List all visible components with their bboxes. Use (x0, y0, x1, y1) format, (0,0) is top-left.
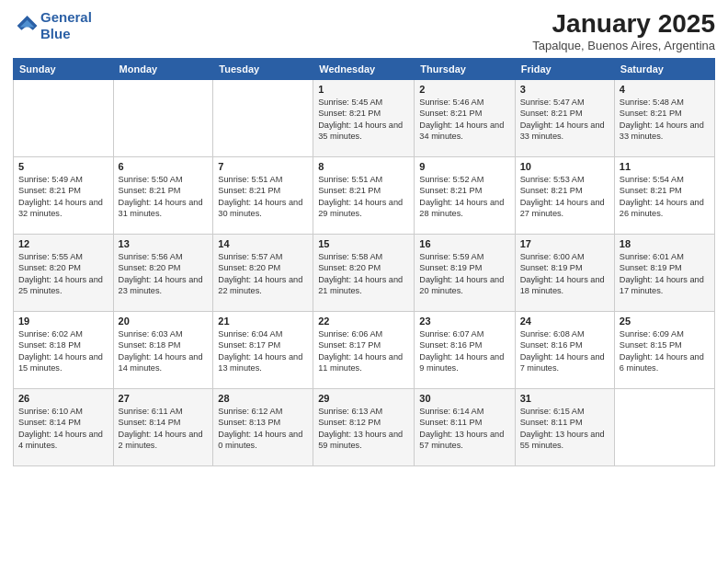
table-row: 15Sunrise: 5:58 AM Sunset: 8:20 PM Dayli… (313, 235, 415, 312)
calendar-week-row: 19Sunrise: 6:02 AM Sunset: 8:18 PM Dayli… (14, 312, 715, 389)
day-info: Sunrise: 6:03 AM Sunset: 8:18 PM Dayligh… (119, 328, 209, 374)
table-row: 10Sunrise: 5:53 AM Sunset: 8:21 PM Dayli… (515, 157, 614, 235)
table-row: 24Sunrise: 6:08 AM Sunset: 8:16 PM Dayli… (515, 312, 614, 389)
day-number: 27 (119, 393, 209, 404)
table-row: 7Sunrise: 5:51 AM Sunset: 8:21 PM Daylig… (213, 157, 313, 235)
day-number: 9 (419, 161, 509, 172)
table-row: 14Sunrise: 5:57 AM Sunset: 8:20 PM Dayli… (213, 235, 313, 312)
day-info: Sunrise: 5:50 AM Sunset: 8:21 PM Dayligh… (119, 174, 209, 220)
table-row: 19Sunrise: 6:02 AM Sunset: 8:18 PM Dayli… (14, 312, 114, 389)
day-number: 10 (520, 161, 609, 172)
day-info: Sunrise: 5:51 AM Sunset: 8:21 PM Dayligh… (318, 174, 409, 220)
day-number: 16 (419, 238, 509, 249)
day-number: 28 (218, 393, 308, 404)
day-info: Sunrise: 5:53 AM Sunset: 8:21 PM Dayligh… (520, 174, 609, 220)
day-number: 29 (318, 393, 409, 404)
table-row (614, 389, 714, 466)
day-number: 13 (119, 238, 209, 249)
day-number: 8 (318, 161, 409, 172)
sub-title: Tapalque, Buenos Aires, Argentina (532, 39, 715, 52)
calendar-table: Sunday Monday Tuesday Wednesday Thursday… (13, 58, 715, 466)
col-friday: Friday (515, 59, 614, 80)
table-row: 1Sunrise: 5:45 AM Sunset: 8:21 PM Daylig… (313, 80, 415, 157)
title-block: January 2025 Tapalque, Buenos Aires, Arg… (532, 9, 715, 52)
table-row: 18Sunrise: 6:01 AM Sunset: 8:19 PM Dayli… (614, 235, 714, 312)
day-number: 4 (620, 84, 710, 95)
day-info: Sunrise: 6:13 AM Sunset: 8:12 PM Dayligh… (318, 406, 409, 452)
table-row: 30Sunrise: 6:14 AM Sunset: 8:11 PM Dayli… (415, 389, 515, 466)
header: General Blue January 2025 Tapalque, Buen… (13, 9, 715, 52)
col-monday: Monday (113, 59, 213, 80)
table-row: 4Sunrise: 5:48 AM Sunset: 8:21 PM Daylig… (614, 80, 714, 157)
col-sunday: Sunday (14, 59, 114, 80)
col-saturday: Saturday (614, 59, 714, 80)
calendar-week-row: 1Sunrise: 5:45 AM Sunset: 8:21 PM Daylig… (14, 80, 715, 157)
day-info: Sunrise: 6:11 AM Sunset: 8:14 PM Dayligh… (119, 406, 209, 452)
day-info: Sunrise: 5:51 AM Sunset: 8:21 PM Dayligh… (218, 174, 308, 220)
table-row (213, 80, 313, 157)
day-info: Sunrise: 5:48 AM Sunset: 8:21 PM Dayligh… (620, 97, 710, 143)
day-number: 2 (419, 84, 509, 95)
logo: General Blue (13, 9, 92, 42)
calendar-week-row: 12Sunrise: 5:55 AM Sunset: 8:20 PM Dayli… (14, 235, 715, 312)
day-number: 24 (520, 316, 609, 327)
table-row: 22Sunrise: 6:06 AM Sunset: 8:17 PM Dayli… (313, 312, 415, 389)
table-row (14, 80, 114, 157)
day-number: 30 (419, 393, 509, 404)
day-info: Sunrise: 6:04 AM Sunset: 8:17 PM Dayligh… (218, 328, 308, 374)
table-row: 21Sunrise: 6:04 AM Sunset: 8:17 PM Dayli… (213, 312, 313, 389)
day-info: Sunrise: 6:15 AM Sunset: 8:11 PM Dayligh… (520, 406, 609, 452)
day-info: Sunrise: 5:46 AM Sunset: 8:21 PM Dayligh… (419, 97, 509, 143)
day-number: 15 (318, 238, 409, 249)
table-row: 28Sunrise: 6:12 AM Sunset: 8:13 PM Dayli… (213, 389, 313, 466)
day-number: 20 (119, 316, 209, 327)
table-row: 2Sunrise: 5:46 AM Sunset: 8:21 PM Daylig… (415, 80, 515, 157)
day-info: Sunrise: 6:14 AM Sunset: 8:11 PM Dayligh… (419, 406, 509, 452)
day-number: 14 (218, 238, 308, 249)
table-row: 29Sunrise: 6:13 AM Sunset: 8:12 PM Dayli… (313, 389, 415, 466)
table-row: 9Sunrise: 5:52 AM Sunset: 8:21 PM Daylig… (415, 157, 515, 235)
day-number: 25 (620, 316, 710, 327)
day-info: Sunrise: 5:58 AM Sunset: 8:20 PM Dayligh… (318, 251, 409, 297)
day-info: Sunrise: 5:56 AM Sunset: 8:20 PM Dayligh… (119, 251, 209, 297)
table-row: 8Sunrise: 5:51 AM Sunset: 8:21 PM Daylig… (313, 157, 415, 235)
col-thursday: Thursday (415, 59, 515, 80)
col-tuesday: Tuesday (213, 59, 313, 80)
table-row: 3Sunrise: 5:47 AM Sunset: 8:21 PM Daylig… (515, 80, 614, 157)
logo-icon (13, 13, 39, 39)
logo-text: General Blue (40, 9, 92, 42)
day-number: 31 (520, 393, 609, 404)
day-info: Sunrise: 5:47 AM Sunset: 8:21 PM Dayligh… (520, 97, 609, 143)
day-info: Sunrise: 6:12 AM Sunset: 8:13 PM Dayligh… (218, 406, 308, 452)
table-row: 26Sunrise: 6:10 AM Sunset: 8:14 PM Dayli… (14, 389, 114, 466)
day-info: Sunrise: 6:00 AM Sunset: 8:19 PM Dayligh… (520, 251, 609, 297)
day-info: Sunrise: 5:59 AM Sunset: 8:19 PM Dayligh… (419, 251, 509, 297)
table-row: 6Sunrise: 5:50 AM Sunset: 8:21 PM Daylig… (113, 157, 213, 235)
day-number: 17 (520, 238, 609, 249)
table-row: 25Sunrise: 6:09 AM Sunset: 8:15 PM Dayli… (614, 312, 714, 389)
day-number: 18 (620, 238, 710, 249)
table-row: 12Sunrise: 5:55 AM Sunset: 8:20 PM Dayli… (14, 235, 114, 312)
calendar-week-row: 5Sunrise: 5:49 AM Sunset: 8:21 PM Daylig… (14, 157, 715, 235)
day-number: 11 (620, 161, 710, 172)
table-row (113, 80, 213, 157)
table-row: 5Sunrise: 5:49 AM Sunset: 8:21 PM Daylig… (14, 157, 114, 235)
day-info: Sunrise: 5:55 AM Sunset: 8:20 PM Dayligh… (18, 251, 108, 297)
day-number: 1 (318, 84, 409, 95)
day-number: 5 (18, 161, 108, 172)
day-info: Sunrise: 5:52 AM Sunset: 8:21 PM Dayligh… (419, 174, 509, 220)
col-wednesday: Wednesday (313, 59, 415, 80)
table-row: 27Sunrise: 6:11 AM Sunset: 8:14 PM Dayli… (113, 389, 213, 466)
day-info: Sunrise: 6:01 AM Sunset: 8:19 PM Dayligh… (620, 251, 710, 297)
calendar-header-row: Sunday Monday Tuesday Wednesday Thursday… (14, 59, 715, 80)
page: General Blue January 2025 Tapalque, Buen… (0, 0, 728, 563)
day-number: 22 (318, 316, 409, 327)
table-row: 20Sunrise: 6:03 AM Sunset: 8:18 PM Dayli… (113, 312, 213, 389)
table-row: 13Sunrise: 5:56 AM Sunset: 8:20 PM Dayli… (113, 235, 213, 312)
day-number: 3 (520, 84, 609, 95)
day-number: 6 (119, 161, 209, 172)
day-info: Sunrise: 6:10 AM Sunset: 8:14 PM Dayligh… (18, 406, 108, 452)
day-info: Sunrise: 6:07 AM Sunset: 8:16 PM Dayligh… (419, 328, 509, 374)
day-number: 12 (18, 238, 108, 249)
table-row: 17Sunrise: 6:00 AM Sunset: 8:19 PM Dayli… (515, 235, 614, 312)
